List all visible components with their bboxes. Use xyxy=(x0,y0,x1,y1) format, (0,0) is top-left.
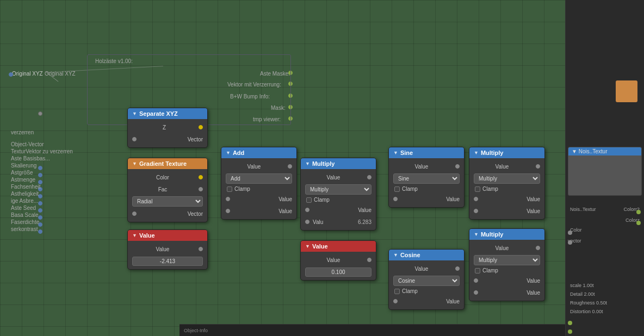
socket-mul1-output[interactable] xyxy=(367,175,371,179)
sine-select[interactable]: Sine xyxy=(393,173,460,184)
clamp-label-mul1: Clamp xyxy=(314,197,330,203)
row-mul1-select: Multiply xyxy=(305,184,371,195)
node-value-2[interactable]: ▼ Value Value xyxy=(300,240,376,281)
right-scale: scale 1.00t xyxy=(570,283,594,288)
collapse-arrow-cosine[interactable]: ▼ xyxy=(393,252,398,258)
node-sine-header[interactable]: ▼ Sine xyxy=(389,147,464,158)
row-value1-output: Value xyxy=(132,244,203,254)
add-select[interactable]: Add xyxy=(226,173,292,184)
label-fachsenheit: Fachsenheit xyxy=(11,184,40,190)
radial-select[interactable]: Radial Linear xyxy=(132,196,203,207)
node-sine-body: Value Sine Clamp Value xyxy=(389,158,464,207)
collapse-arrow-add[interactable]: ▼ xyxy=(226,150,231,155)
node-multiply-2[interactable]: ▼ Multiply Value Multiply Clamp Value Va… xyxy=(469,147,545,220)
socket-mul3-val2[interactable] xyxy=(474,290,478,295)
label-faserdichte: Faserdichte xyxy=(11,219,39,225)
value1-input[interactable] xyxy=(132,257,203,266)
socket-z-output[interactable] xyxy=(199,125,203,129)
node-gradient-header[interactable]: ▼ Gradient Texture xyxy=(128,158,207,169)
socket-mul1-val2[interactable] xyxy=(305,220,309,224)
node-row-vector: Vector xyxy=(132,134,203,144)
mul1-select[interactable]: Multiply xyxy=(305,184,371,195)
socket-cosine-output[interactable] xyxy=(455,266,460,271)
original-xyz-label: Original XYZ xyxy=(12,71,43,77)
collapse-arrow-sine[interactable]: ▼ xyxy=(393,150,398,155)
socket-sine-val[interactable] xyxy=(393,197,398,201)
node-separate-xyz[interactable]: ▼ Separate XYZ Z Vector xyxy=(127,108,208,148)
row-mul1-val1: Value xyxy=(305,205,371,215)
label-astmenge: Astmenge xyxy=(11,177,35,183)
node-title-v2: Value xyxy=(312,243,328,250)
socket-mul3-val1[interactable] xyxy=(474,278,478,283)
socket-add-output[interactable] xyxy=(288,164,292,169)
mul3-select[interactable]: Multiply xyxy=(474,255,540,265)
sidebar-socket-serkontrast xyxy=(38,229,42,234)
node-value-1[interactable]: ▼ Value Value xyxy=(127,229,208,270)
mul2-select[interactable]: Multiply xyxy=(474,173,540,184)
clamp-checkbox-mul1[interactable] xyxy=(306,197,312,203)
clamp-label-cosine: Clamp xyxy=(402,288,418,294)
collapse-arrow-v2[interactable]: ▼ xyxy=(305,244,310,249)
socket-fac-output[interactable] xyxy=(199,187,203,191)
socket-color-output[interactable] xyxy=(199,175,203,179)
row-add-val2: Value xyxy=(226,206,292,216)
socket-sine-output[interactable] xyxy=(455,164,460,169)
socket-add-val1[interactable] xyxy=(226,197,230,201)
node-mul3-header[interactable]: ▼ Multiply xyxy=(469,229,544,240)
socket-vector-input[interactable] xyxy=(132,137,137,141)
clamp-checkbox-cosine[interactable] xyxy=(394,289,400,294)
node-gradient-texture[interactable]: ▼ Gradient Texture Color Fac Radial Line… xyxy=(127,158,208,222)
cosine-select[interactable]: Cosine xyxy=(393,276,460,286)
fac-label: Fac xyxy=(158,186,168,192)
node-sine[interactable]: ▼ Sine Value Sine Clamp Value xyxy=(388,147,465,208)
node-mul2-header[interactable]: ▼ Multiply xyxy=(469,147,544,158)
collapse-arrow-mul1[interactable]: ▼ xyxy=(305,161,310,166)
collapse-arrow-v1[interactable]: ▼ xyxy=(132,233,137,238)
clamp-checkbox-mul3[interactable] xyxy=(475,268,480,273)
right-panel-block: ▼ Nois..Textur xyxy=(568,147,642,196)
node-title-v1: Value xyxy=(139,232,155,239)
row-mul2-output: Value xyxy=(474,161,540,171)
row-mul2-select: Multiply xyxy=(474,173,540,184)
socket-mul3-output[interactable] xyxy=(536,246,540,250)
socket-vector-gt[interactable] xyxy=(132,211,137,216)
collapse-arrow-gt[interactable]: ▼ xyxy=(132,161,137,166)
node-multiply-3[interactable]: ▼ Multiply Value Multiply Clamp Value Va… xyxy=(469,228,545,301)
collapse-arrow-mul3[interactable]: ▼ xyxy=(474,232,479,237)
clamp-checkbox-mul2[interactable] xyxy=(475,186,480,192)
socket-add-val2[interactable] xyxy=(226,209,230,213)
node-title-sine: Sine xyxy=(400,150,413,156)
node-separate-xyz-header[interactable]: ▼ Separate XYZ xyxy=(128,108,207,119)
socket-cosine-val[interactable] xyxy=(393,299,398,303)
socket-value2-output[interactable] xyxy=(367,258,371,262)
socket-mul2-output[interactable] xyxy=(536,164,540,169)
node-multiply-1[interactable]: ▼ Multiply Value Multiply Clamp Value Va… xyxy=(300,158,376,231)
node-add-header[interactable]: ▼ Add xyxy=(221,147,296,158)
right-socket-color-in xyxy=(568,231,572,235)
collapse-arrow-mul2[interactable]: ▼ xyxy=(474,150,479,155)
clamp-checkbox-sine[interactable] xyxy=(394,186,400,192)
socket-mul2-val1[interactable] xyxy=(474,197,478,201)
row-mul3-select: Multiply xyxy=(474,255,540,265)
value2-input[interactable] xyxy=(305,267,371,277)
node-value1-body: Value xyxy=(128,241,207,269)
socket-mul1-val1[interactable] xyxy=(305,208,309,212)
node-cosine[interactable]: ▼ Cosine Value Cosine Clamp Value xyxy=(388,249,465,310)
socket-value1-output[interactable] xyxy=(199,247,203,251)
node-mul1-header[interactable]: ▼ Multiply xyxy=(301,158,376,169)
node-cosine-header[interactable]: ▼ Cosine xyxy=(389,250,464,260)
node-gradient-body: Color Fac Radial Linear Vector xyxy=(128,169,207,222)
collapse-arrow[interactable]: ▼ xyxy=(132,111,137,116)
node-value1-header[interactable]: ▼ Value xyxy=(128,230,207,241)
node-value2-header[interactable]: ▼ Value xyxy=(301,241,376,252)
node-add[interactable]: ▼ Add Value Add Clamp Value Value xyxy=(221,147,297,220)
val2-label-mul3: Value xyxy=(527,290,540,296)
node-row-z: Z xyxy=(132,122,203,132)
node-title-gt: Gradient Texture xyxy=(139,160,187,167)
sidebar-socket-astgroesse xyxy=(38,173,42,177)
row-sine-output: Value xyxy=(393,161,460,171)
label-texturvektor: TexturVektor zu verzerren xyxy=(11,148,73,154)
socket-mul2-val2[interactable] xyxy=(474,209,478,213)
clamp-checkbox-add[interactable] xyxy=(227,186,232,192)
row-cosine-output: Value xyxy=(393,264,460,273)
